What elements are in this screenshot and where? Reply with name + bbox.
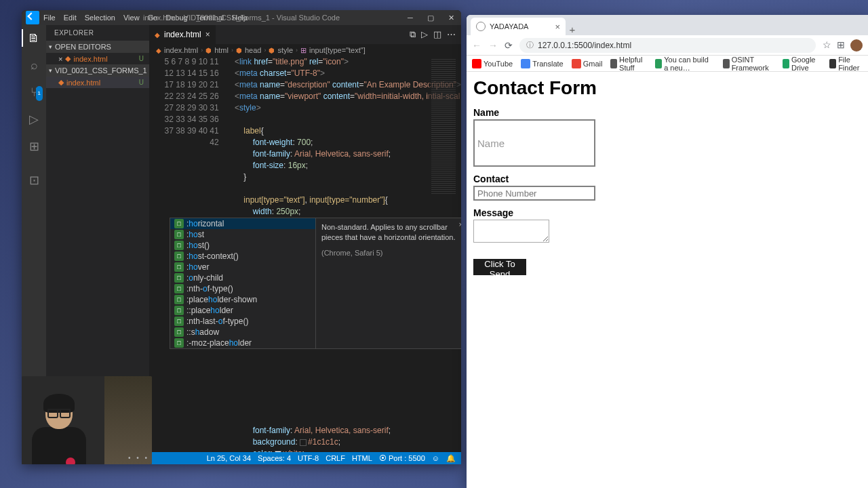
name-label: Name bbox=[473, 107, 861, 118]
suggestion-item[interactable]: □:horizontal bbox=[170, 218, 315, 229]
suggestion-item[interactable]: □:host bbox=[170, 229, 315, 240]
debug-icon[interactable]: ▷ bbox=[26, 112, 41, 127]
bookmark-item[interactable]: OSINT Framework bbox=[723, 56, 774, 72]
explorer-icon[interactable]: 🗎 bbox=[26, 30, 41, 45]
extension-icon[interactable]: ⊞ bbox=[837, 39, 845, 52]
suggestion-item[interactable]: □:placeholder-shown bbox=[170, 294, 315, 305]
close-icon[interactable]: × bbox=[58, 55, 62, 63]
editor-tabs: ◆ index.html × ⧉ ▷ ◫ ⋯ bbox=[149, 25, 461, 44]
line-ending[interactable]: CRLF bbox=[326, 454, 345, 463]
close-icon[interactable]: ✕ bbox=[441, 14, 461, 22]
file-tree-item[interactable]: ◆ index.html U bbox=[46, 77, 149, 88]
notifications-icon[interactable]: 🔔 bbox=[446, 454, 456, 463]
menu-file[interactable]: File bbox=[43, 14, 56, 22]
page-content: Contact Form Name Contact Message Click … bbox=[467, 72, 868, 488]
editor-tab[interactable]: ◆ index.html × bbox=[149, 25, 216, 44]
suggestion-item[interactable]: □:nth-last-of-type() bbox=[170, 316, 315, 327]
browser-toolbar: ← → ⟳ ⓘ 127.0.0.1:5500/index.html ☆ ⊞ bbox=[467, 35, 868, 56]
title-bar: File Edit Selection View Go Debug Termin… bbox=[22, 10, 461, 25]
menu-edit[interactable]: Edit bbox=[64, 14, 77, 22]
search-icon[interactable]: ⌕ bbox=[26, 58, 41, 73]
address-bar[interactable]: ⓘ 127.0.0.1:5500/index.html bbox=[519, 38, 816, 53]
reload-icon[interactable]: ⟳ bbox=[505, 40, 513, 51]
bookmark-item[interactable]: Helpful Stuff bbox=[610, 56, 647, 72]
tab-title: YADAYADA bbox=[490, 22, 528, 30]
suggestion-item[interactable]: □:only-child bbox=[170, 272, 315, 283]
source-control-icon[interactable]: ⑂1 bbox=[26, 85, 41, 100]
tab-label: index.html bbox=[164, 30, 201, 39]
run-icon[interactable]: ▷ bbox=[421, 29, 428, 40]
forward-icon[interactable]: → bbox=[488, 40, 498, 51]
open-editor-item[interactable]: × ◆ index.html U bbox=[46, 53, 149, 64]
bookmark-item[interactable]: Google Drive bbox=[783, 56, 821, 72]
window-title: index.html - VID_0021_CSS_Forms_1 - Visu… bbox=[143, 14, 340, 22]
bookmark-item[interactable]: YouTube bbox=[472, 59, 513, 68]
editor-area: ◆ index.html × ⧉ ▷ ◫ ⋯ ◆ index.html› ⬢ht… bbox=[149, 25, 461, 464]
tab-close-icon[interactable]: × bbox=[205, 30, 210, 39]
file-icon: ◆ bbox=[156, 47, 161, 54]
site-info-icon[interactable]: ⓘ bbox=[526, 40, 534, 50]
extensions-icon[interactable]: ⊞ bbox=[26, 139, 41, 154]
suggestion-item[interactable]: □:host-context() bbox=[170, 251, 315, 262]
window-controls: ─ ▢ ✕ bbox=[400, 14, 461, 22]
suggestion-item[interactable]: □:host() bbox=[170, 240, 315, 251]
webcam-overlay: • • • bbox=[22, 376, 152, 464]
suggestion-item[interactable]: □:hover bbox=[170, 262, 315, 272]
split-icon[interactable]: ◫ bbox=[433, 29, 441, 40]
suggestion-item[interactable]: □::shadow bbox=[170, 327, 315, 338]
bookmarks-bar: YouTubeTranslateGmailHelpful StuffYou ca… bbox=[467, 56, 868, 72]
encoding[interactable]: UTF-8 bbox=[298, 454, 319, 463]
url-text: 127.0.0.1:5500/index.html bbox=[538, 41, 631, 50]
message-textarea[interactable] bbox=[473, 220, 549, 243]
open-editors-section[interactable]: ▾OPEN EDITORS bbox=[46, 41, 149, 53]
editor-actions: ⧉ ▷ ◫ ⋯ bbox=[410, 29, 461, 40]
bookmark-item[interactable]: File Finder bbox=[829, 56, 863, 72]
language-mode[interactable]: HTML bbox=[352, 454, 372, 463]
globe-icon bbox=[476, 22, 486, 31]
profile-icon[interactable] bbox=[850, 39, 863, 52]
feedback-icon[interactable]: ☺ bbox=[432, 454, 439, 463]
send-button[interactable]: Click To Send bbox=[473, 259, 526, 275]
suggestion-item[interactable]: □:-moz-placeholder bbox=[170, 338, 315, 348]
name-input[interactable] bbox=[473, 119, 595, 167]
bookmark-item[interactable]: Translate bbox=[521, 59, 563, 68]
new-tab-button[interactable]: + bbox=[566, 24, 579, 35]
back-icon[interactable]: ← bbox=[472, 40, 481, 51]
suggestion-list[interactable]: □:horizontal□:host□:host()□:host-context… bbox=[170, 218, 315, 348]
maximize-icon[interactable]: ▢ bbox=[420, 14, 441, 22]
menu-view[interactable]: View bbox=[123, 14, 140, 22]
tab-close-icon[interactable]: × bbox=[555, 22, 560, 32]
browser-tab-strip: YADAYADA × + bbox=[467, 15, 868, 35]
remote-icon[interactable]: ⊡ bbox=[26, 173, 41, 188]
contact-input[interactable] bbox=[473, 186, 595, 201]
bookmark-item[interactable]: You can build a neu… bbox=[655, 56, 714, 72]
suggestion-docs: × Non-standard. Applies to any scrollbar… bbox=[315, 218, 461, 348]
message-label: Message bbox=[473, 207, 861, 218]
code-editor[interactable]: 5 6 7 8 9 10 11 12 13 14 15 16 17 18 19 … bbox=[149, 56, 461, 452]
menu-selection[interactable]: Selection bbox=[85, 14, 115, 22]
explorer-header: EXPLORER bbox=[46, 25, 149, 41]
live-server-port[interactable]: ⦿ Port : 5500 bbox=[379, 454, 425, 463]
browser-window: YADAYADA × + ← → ⟳ ⓘ 127.0.0.1:5500/inde… bbox=[467, 15, 868, 488]
intellisense-popup[interactable]: □:horizontal□:host□:host()□:host-context… bbox=[170, 218, 461, 349]
compare-icon[interactable]: ⧉ bbox=[410, 29, 416, 40]
indentation[interactable]: Spaces: 4 bbox=[258, 454, 291, 463]
suggestion-item[interactable]: □::placeholder bbox=[170, 305, 315, 316]
cursor-position[interactable]: Ln 25, Col 34 bbox=[207, 454, 251, 463]
minimize-icon[interactable]: ─ bbox=[400, 14, 420, 22]
more-icon[interactable]: ⋯ bbox=[447, 29, 456, 40]
browser-tab[interactable]: YADAYADA × bbox=[471, 18, 566, 35]
suggestion-item[interactable]: □:nth-of-type() bbox=[170, 283, 315, 294]
file-icon: ◆ bbox=[155, 31, 160, 39]
close-icon[interactable]: × bbox=[459, 220, 461, 230]
vscode-icon bbox=[26, 11, 39, 24]
contact-label: Contact bbox=[473, 174, 861, 184]
page-heading: Contact Form bbox=[473, 77, 861, 99]
star-icon[interactable]: ☆ bbox=[823, 39, 831, 52]
status-bar: Ln 25, Col 34 Spaces: 4 UTF-8 CRLF HTML … bbox=[149, 452, 461, 464]
breadcrumb[interactable]: ◆ index.html› ⬢html› ⬢head› ⬢style› ⊞inp… bbox=[149, 44, 461, 56]
bookmark-item[interactable]: Gmail bbox=[572, 59, 603, 68]
folder-section[interactable]: ▾VID_0021_CSS_FORMS_1 bbox=[46, 64, 149, 77]
